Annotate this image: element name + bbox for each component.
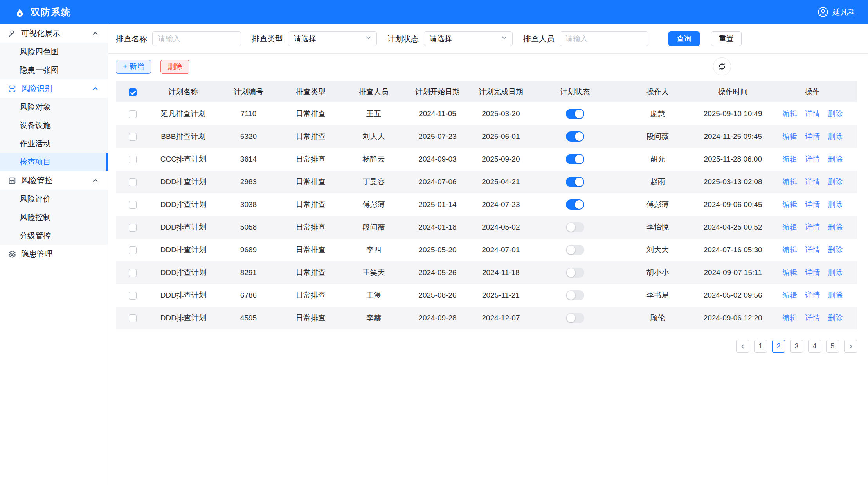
cell-operator: 赵雨: [618, 171, 698, 193]
detail-link[interactable]: 详情: [805, 223, 820, 231]
delete-link[interactable]: 删除: [828, 200, 843, 208]
sidebar-item-check-project[interactable]: 检查项目: [0, 153, 108, 171]
detail-link[interactable]: 详情: [805, 155, 820, 163]
cell-plan-code: 8291: [217, 261, 279, 284]
check-person-input[interactable]: [560, 31, 648, 46]
delete-link[interactable]: 删除: [828, 132, 843, 140]
row-checkbox[interactable]: [129, 224, 137, 232]
sidebar-item-work-activity[interactable]: 作业活动: [0, 135, 108, 153]
delete-link[interactable]: 删除: [828, 155, 843, 163]
page-button-3[interactable]: 3: [790, 340, 803, 353]
row-checkbox[interactable]: [129, 156, 137, 163]
row-checkbox[interactable]: [129, 292, 137, 300]
edit-link[interactable]: 编辑: [782, 314, 797, 322]
cell-operate-time: 2024-09-06 12:20: [698, 307, 768, 329]
delete-button[interactable]: 删除: [160, 60, 189, 74]
sidebar-item-equipment-facility[interactable]: 设备设施: [0, 116, 108, 135]
detail-link[interactable]: 详情: [805, 178, 820, 186]
row-checkbox[interactable]: [129, 178, 137, 186]
detail-link[interactable]: 详情: [805, 200, 820, 208]
detail-link[interactable]: 详情: [805, 246, 820, 254]
edit-link[interactable]: 编辑: [782, 200, 797, 208]
edit-link[interactable]: 编辑: [782, 132, 797, 140]
user-menu[interactable]: 延凡科: [818, 7, 856, 18]
row-checkbox[interactable]: [129, 110, 137, 118]
row-checkbox[interactable]: [129, 314, 137, 322]
next-page-button[interactable]: [844, 340, 857, 353]
column-header: 操作人: [618, 81, 698, 102]
delete-link[interactable]: 删除: [828, 110, 843, 118]
edit-link[interactable]: 编辑: [782, 246, 797, 254]
status-toggle[interactable]: [566, 245, 584, 255]
check-type-select[interactable]: 请选择: [288, 31, 377, 46]
row-checkbox[interactable]: [129, 133, 137, 141]
sidebar-item-risk-object[interactable]: 风险对象: [0, 98, 108, 116]
status-toggle[interactable]: [566, 268, 584, 278]
row-checkbox[interactable]: [129, 246, 137, 254]
sidebar-group-label: 隐患管理: [21, 249, 52, 259]
cell-operator: 胡小小: [618, 261, 698, 284]
sidebar-item-hazard-one-map[interactable]: 隐患一张图: [0, 61, 108, 79]
check-name-input[interactable]: [152, 31, 241, 46]
page-button-5[interactable]: 5: [826, 340, 839, 353]
add-button[interactable]: + 新增: [116, 60, 151, 74]
sidebar-group-risk-identification[interactable]: 风险识别: [0, 79, 108, 98]
status-toggle[interactable]: [566, 313, 584, 323]
select-all-checkbox[interactable]: [129, 88, 137, 96]
edit-link[interactable]: 编辑: [782, 268, 797, 277]
detail-link[interactable]: 详情: [805, 268, 820, 277]
column-header: 操作时间: [698, 81, 768, 102]
delete-link[interactable]: 删除: [828, 291, 843, 299]
delete-link[interactable]: 删除: [828, 314, 843, 322]
edit-link[interactable]: 编辑: [782, 223, 797, 231]
status-toggle[interactable]: [566, 131, 584, 142]
status-toggle[interactable]: [566, 154, 584, 164]
status-toggle[interactable]: [566, 199, 584, 210]
sidebar-item-risk-control[interactable]: 风险控制: [0, 208, 108, 226]
select-value: 请选择: [430, 34, 452, 44]
status-toggle[interactable]: [566, 222, 584, 232]
edit-link[interactable]: 编辑: [782, 155, 797, 163]
cell-check-person: 李赫: [342, 307, 406, 329]
edit-link[interactable]: 编辑: [782, 178, 797, 186]
prev-page-button[interactable]: [736, 340, 749, 353]
detail-link[interactable]: 详情: [805, 110, 820, 118]
search-button[interactable]: 查询: [668, 31, 700, 46]
sidebar-item-graded-control[interactable]: 分级管控: [0, 226, 108, 245]
cell-end-date: 2024-12-07: [469, 307, 532, 329]
cell-plan-code: 6786: [217, 284, 279, 307]
cell-check-person: 丁曼容: [342, 171, 406, 193]
sidebar-group-hazard-management[interactable]: 隐患管理: [0, 245, 108, 263]
edit-link[interactable]: 编辑: [782, 291, 797, 299]
plan-status-select[interactable]: 请选择: [424, 31, 513, 46]
status-toggle[interactable]: [566, 109, 584, 119]
delete-link[interactable]: 删除: [828, 178, 843, 186]
sidebar-group-visualization[interactable]: 可视化展示: [0, 24, 108, 43]
sidebar-group-risk-control[interactable]: 风险管控: [0, 171, 108, 190]
status-toggle[interactable]: [566, 290, 584, 300]
cell-start-date: 2024-09-03: [406, 148, 470, 171]
sidebar-item-risk-four-color-map[interactable]: 风险四色图: [0, 43, 108, 61]
detail-link[interactable]: 详情: [805, 291, 820, 299]
refresh-button[interactable]: [713, 57, 731, 75]
row-checkbox[interactable]: [129, 269, 137, 277]
delete-link[interactable]: 删除: [828, 246, 843, 254]
reset-button[interactable]: 重置: [711, 31, 742, 46]
cell-plan-code: 4595: [217, 307, 279, 329]
page-button-1[interactable]: 1: [754, 340, 767, 353]
detail-link[interactable]: 详情: [805, 132, 820, 140]
delete-link[interactable]: 删除: [828, 268, 843, 277]
cell-actions: 编辑详情删除: [768, 102, 857, 125]
detail-link[interactable]: 详情: [805, 314, 820, 322]
app-logo: 双防系统: [13, 6, 71, 18]
delete-link[interactable]: 删除: [828, 223, 843, 231]
edit-link[interactable]: 编辑: [782, 110, 797, 118]
row-checkbox[interactable]: [129, 201, 137, 209]
sidebar-group-label: 风险管控: [21, 175, 52, 186]
sidebar-item-risk-evaluation[interactable]: 风险评价: [0, 190, 108, 208]
cell-check-person: 段问薇: [342, 216, 406, 239]
status-toggle[interactable]: [566, 177, 584, 187]
page-button-4[interactable]: 4: [808, 340, 821, 353]
page-button-2[interactable]: 2: [772, 340, 785, 353]
table-row: 延凡排查计划7110日常排查王五2024-11-052025-03-20庞慧20…: [116, 102, 857, 125]
